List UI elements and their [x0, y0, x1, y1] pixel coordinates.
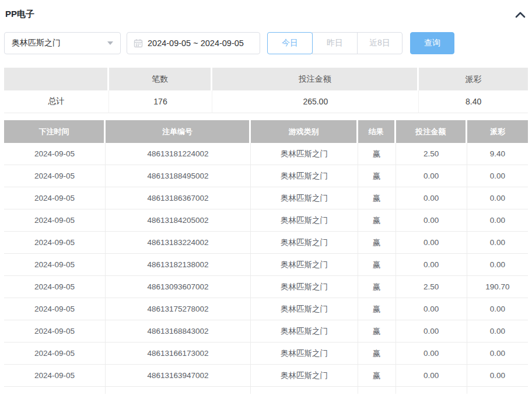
panel-header: PP电子	[4, 0, 528, 20]
table-row: 2024-09-0548613175278002奥林匹斯之门赢0.000.00	[4, 298, 528, 320]
order-number-cell: 48613168843002	[106, 320, 251, 342]
date-quick-buttons: 今日 昨日 近8日	[267, 32, 402, 54]
date-range-value: 2024-09-05 ~ 2024-09-05	[148, 39, 244, 48]
bet-time-cell: 2024-09-05	[4, 254, 106, 276]
payout-cell: 190.70	[467, 276, 528, 298]
order-number-cell: 48613093607002	[106, 276, 251, 298]
summary-total-payout: 8.40	[419, 90, 528, 113]
order-number-cell: 48613186367002	[106, 187, 251, 209]
last-8-days-button[interactable]: 近8日	[357, 32, 402, 54]
summary-total-row: 总计 176 265.00 8.40	[4, 90, 528, 113]
payout-cell: 0.00	[467, 365, 528, 387]
collapse-panel-button[interactable]	[514, 10, 527, 19]
game-category-cell: 奥林匹斯之门	[251, 298, 358, 320]
game-select-value: 奥林匹斯之门	[12, 38, 61, 48]
result-cell: 赢	[358, 254, 396, 276]
bet-amount-cell: 0.00	[396, 165, 467, 187]
table-row: 2024-09-0548613166173002奥林匹斯之门赢0.000.00	[4, 342, 528, 365]
bet-amount-cell: 0.00	[396, 365, 467, 387]
order-number-cell: 48613182138002	[106, 254, 251, 276]
result-cell: 赢	[358, 320, 396, 342]
table-row: 2024-09-0548613188495002奥林匹斯之门赢0.000.00	[4, 165, 528, 187]
summary-table: 笔数 投注金额 派彩 总计 176 265.00 8.40	[4, 68, 528, 113]
page-title: PP电子	[5, 9, 34, 20]
bet-amount-cell	[396, 387, 467, 394]
bet-time-cell: 2024-09-05	[4, 342, 106, 365]
result-cell: 赢	[358, 209, 396, 232]
summary-header-bet-amount: 投注金额	[212, 68, 419, 90]
order-number-cell	[106, 387, 251, 394]
bet-time-cell	[4, 387, 106, 394]
bet-amount-cell: 2.50	[396, 143, 467, 165]
table-row: 2024-09-0548613181224002奥林匹斯之门赢2.509.40	[4, 143, 528, 165]
game-category-cell: 奥林匹斯之门	[251, 165, 358, 187]
bet-time-cell: 2024-09-05	[4, 276, 106, 298]
order-number-cell: 48613188495002	[106, 165, 251, 187]
bet-amount-cell: 0.00	[396, 254, 467, 276]
result-cell: 赢	[358, 365, 396, 387]
table-row: 2024-09-0548613168843002奥林匹斯之门赢0.000.00	[4, 320, 528, 342]
header-bet-amount: 投注金额	[396, 120, 467, 143]
header-result: 结果	[358, 120, 396, 143]
game-category-cell	[251, 387, 358, 394]
bet-amount-cell: 0.00	[396, 232, 467, 254]
result-cell: 赢	[358, 143, 396, 165]
order-number-cell: 48613163947002	[106, 365, 251, 387]
payout-cell: 0.00	[467, 298, 528, 320]
summary-total-bet-amount: 265.00	[212, 90, 419, 113]
date-range-input[interactable]: 2024-09-05 ~ 2024-09-05	[127, 32, 260, 54]
yesterday-button[interactable]: 昨日	[312, 32, 358, 54]
game-category-cell: 奥林匹斯之门	[251, 187, 358, 209]
payout-cell: 0.00	[467, 320, 528, 342]
bet-time-cell: 2024-09-05	[4, 209, 106, 232]
bet-time-cell: 2024-09-05	[4, 143, 106, 165]
calendar-icon	[134, 39, 143, 48]
chevron-up-icon	[515, 11, 526, 20]
order-number-cell: 48613183224002	[106, 232, 251, 254]
result-cell: 赢	[358, 342, 396, 365]
header-bet-time: 下注时间	[4, 120, 106, 143]
game-select[interactable]: 奥林匹斯之门	[4, 32, 121, 54]
payout-cell: 0.00	[467, 342, 528, 365]
result-cell: 赢	[358, 187, 396, 209]
bet-amount-cell: 0.00	[396, 187, 467, 209]
payout-cell	[467, 387, 528, 394]
bet-time-cell: 2024-09-05	[4, 320, 106, 342]
bet-amount-cell: 0.00	[396, 342, 467, 365]
table-header-row: 下注时间 注单编号 游戏类别 结果 投注金额 派彩	[4, 120, 528, 143]
game-category-cell: 奥林匹斯之门	[251, 365, 358, 387]
header-payout: 派彩	[467, 120, 528, 143]
bet-time-cell: 2024-09-05	[4, 365, 106, 387]
bet-records-table: 下注时间 注单编号 游戏类别 结果 投注金额 派彩 2024-09-054861…	[4, 120, 528, 394]
bet-amount-cell: 0.00	[396, 298, 467, 320]
bet-time-cell: 2024-09-05	[4, 298, 106, 320]
payout-cell: 0.00	[467, 254, 528, 276]
order-number-cell: 48613175278002	[106, 298, 251, 320]
filter-bar: 奥林匹斯之门 2024-09-05 ~ 2024-09-05	[4, 32, 528, 54]
chevron-down-icon	[107, 41, 113, 45]
table-row-partial	[4, 387, 528, 394]
payout-cell: 0.00	[467, 165, 528, 187]
today-button[interactable]: 今日	[267, 32, 313, 54]
table-row: 2024-09-0548613182138002奥林匹斯之门赢0.000.00	[4, 254, 528, 276]
order-number-cell: 48613166173002	[106, 342, 251, 365]
summary-header-payout: 派彩	[419, 68, 528, 90]
payout-cell: 9.40	[467, 143, 528, 165]
table-row: 2024-09-0548613163947002奥林匹斯之门赢0.000.00	[4, 365, 528, 387]
bet-amount-cell: 2.50	[396, 276, 467, 298]
bet-time-cell: 2024-09-05	[4, 165, 106, 187]
table-row: 2024-09-0548613183224002奥林匹斯之门赢0.000.00	[4, 232, 528, 254]
table-row: 2024-09-0548613184205002奥林匹斯之门赢0.000.00	[4, 209, 528, 232]
header-order-number: 注单编号	[106, 120, 251, 143]
result-cell: 赢	[358, 298, 396, 320]
search-button[interactable]: 查询	[410, 32, 454, 54]
bet-time-cell: 2024-09-05	[4, 232, 106, 254]
game-category-cell: 奥林匹斯之门	[251, 232, 358, 254]
game-category-cell: 奥林匹斯之门	[251, 320, 358, 342]
game-category-cell: 奥林匹斯之门	[251, 276, 358, 298]
table-row: 2024-09-0548613186367002奥林匹斯之门赢0.000.00	[4, 187, 528, 209]
order-number-cell: 48613181224002	[106, 143, 251, 165]
result-cell: 赢	[358, 276, 396, 298]
game-category-cell: 奥林匹斯之门	[251, 143, 358, 165]
header-game-category: 游戏类别	[251, 120, 358, 143]
